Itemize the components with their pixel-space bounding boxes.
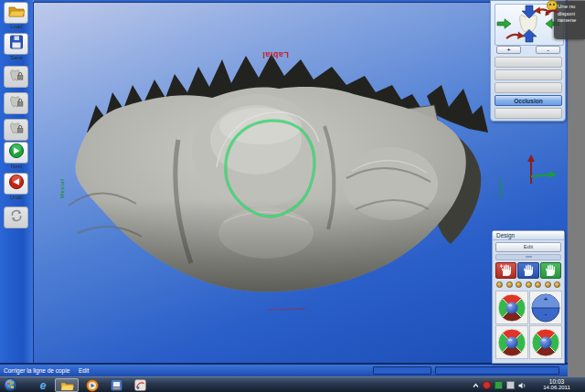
red-dotted-annotation <box>269 309 306 310</box>
tray-alert-icon[interactable] <box>483 381 491 389</box>
tray-volume-icon[interactable] <box>518 382 526 389</box>
taskbar-app-button-1[interactable] <box>106 378 126 392</box>
desktop: { "toolbar": { "load": "Load", "save": "… <box>0 0 585 392</box>
refresh-tool-button <box>4 207 28 228</box>
notification-icon[interactable] <box>544 0 562 20</box>
dental-scan-model <box>34 3 567 364</box>
tooth-tool-button-1 <box>4 66 28 88</box>
status-edit-menu[interactable]: Edit <box>79 367 89 374</box>
zoom-out-button[interactable]: - <box>536 46 560 54</box>
mesial-orientation-label: Mesial <box>59 179 65 198</box>
zoom-in-button[interactable]: + <box>496 46 521 54</box>
design-panel-title[interactable]: Design <box>493 231 564 240</box>
taskbar-wmp-button[interactable] <box>82 378 102 392</box>
view-button-3 <box>495 82 562 93</box>
add-material-tool-button[interactable] <box>495 262 516 279</box>
thickness-field[interactable]: Epaisseur : <box>373 366 431 375</box>
move-right-arrow-icon <box>497 19 511 28</box>
direction-pad-icon <box>496 327 527 358</box>
next-button[interactable] <box>4 142 28 164</box>
taskbar: e <box>0 376 585 392</box>
status-mode-text: Corriger la ligne de copie <box>4 367 69 374</box>
taskbar-clock[interactable]: 10:03 14.06.2011 <box>530 378 583 392</box>
smooth-material-tool-button[interactable] <box>540 262 561 279</box>
status-bar: Corriger la ligne de copie Edit Epaisseu… <box>0 363 568 376</box>
scale-plus-label: + <box>530 296 561 303</box>
windows-start-icon <box>4 378 17 392</box>
distal-orientation-label: Distal <box>498 179 504 196</box>
paint-app-icon <box>134 379 146 391</box>
sculpt-tool-row <box>495 262 561 279</box>
labial-orientation-label: Labial <box>262 50 289 59</box>
save-label: Save <box>0 55 33 60</box>
undo-label: Undo <box>0 195 33 200</box>
left-toolbar: Load Save <box>0 0 34 376</box>
brush-size-5[interactable] <box>535 281 541 288</box>
load-button[interactable] <box>4 2 28 24</box>
axis-indicator <box>527 154 557 184</box>
direction-pad-icon <box>530 327 561 358</box>
move-hand-icon <box>521 263 536 278</box>
refresh-icon <box>8 207 25 228</box>
undo-arrow-icon <box>8 174 25 194</box>
brush-size-2[interactable] <box>506 281 513 288</box>
edit-button[interactable]: Edit <box>495 242 561 252</box>
height-field[interactable]: Hauteur 18.70 mm <box>435 366 559 375</box>
save-icon <box>8 34 25 54</box>
brush-size-3[interactable] <box>516 281 522 288</box>
view-button-2 <box>495 69 562 80</box>
direction-pad-1[interactable] <box>495 291 528 324</box>
brush-size-4[interactable] <box>526 281 532 288</box>
taskbar-explorer-button[interactable] <box>55 378 79 392</box>
clock-date: 14.06.2011 <box>530 385 583 391</box>
tray-green-icon[interactable] <box>495 381 503 389</box>
taskbar-ie-button[interactable]: e <box>33 378 53 392</box>
next-label: Next <box>0 164 33 169</box>
3d-viewport[interactable]: Labial Mesial Distal <box>33 2 567 364</box>
tooth-lock-icon <box>7 93 26 113</box>
app-window-icon <box>111 379 122 391</box>
add-hand-icon <box>499 263 514 278</box>
rotate-arrow-icon <box>506 35 519 38</box>
load-label: Load <box>0 24 33 29</box>
internet-explorer-icon: e <box>40 380 47 391</box>
move-material-tool-button[interactable] <box>517 262 538 279</box>
brush-size-6[interactable] <box>545 281 551 288</box>
app-window: Load Save <box>0 0 568 376</box>
view-button-5 <box>495 108 562 119</box>
design-panel: Design Edit <box>492 230 565 364</box>
scale-pad[interactable]: + - <box>529 291 562 324</box>
brush-size-row <box>496 281 560 289</box>
save-button[interactable] <box>4 33 28 55</box>
direction-pad-grid: + - <box>495 291 561 359</box>
folder-icon <box>60 380 74 391</box>
direction-pad-3[interactable] <box>529 325 562 359</box>
smooth-hand-icon <box>543 263 558 278</box>
tooth-tool-button-2 <box>4 92 28 114</box>
brush-size-7[interactable] <box>554 281 560 288</box>
occlusion-view-button[interactable]: Occlusion <box>495 95 562 106</box>
system-tray <box>473 378 526 392</box>
load-icon <box>7 3 26 23</box>
media-player-icon <box>86 379 99 392</box>
panel-splitter[interactable] <box>495 254 561 260</box>
direction-pad-icon <box>496 292 527 323</box>
view-button-1 <box>495 57 562 68</box>
next-arrow-icon <box>8 143 25 163</box>
tooth-tool-button-3 <box>4 119 28 141</box>
brush-size-1[interactable] <box>496 281 503 288</box>
tooth-lock-icon <box>7 67 26 87</box>
clock-time: 10:03 <box>530 378 583 385</box>
tray-expand-icon[interactable] <box>473 383 479 388</box>
tooth-lock-icon <box>7 120 26 140</box>
tray-app-icon[interactable] <box>506 381 515 389</box>
scale-minus-label: - <box>530 311 561 318</box>
undo-button[interactable] <box>4 173 28 195</box>
start-button[interactable] <box>2 378 18 392</box>
direction-pad-2[interactable] <box>495 325 528 359</box>
taskbar-app-button-2[interactable] <box>130 378 150 392</box>
